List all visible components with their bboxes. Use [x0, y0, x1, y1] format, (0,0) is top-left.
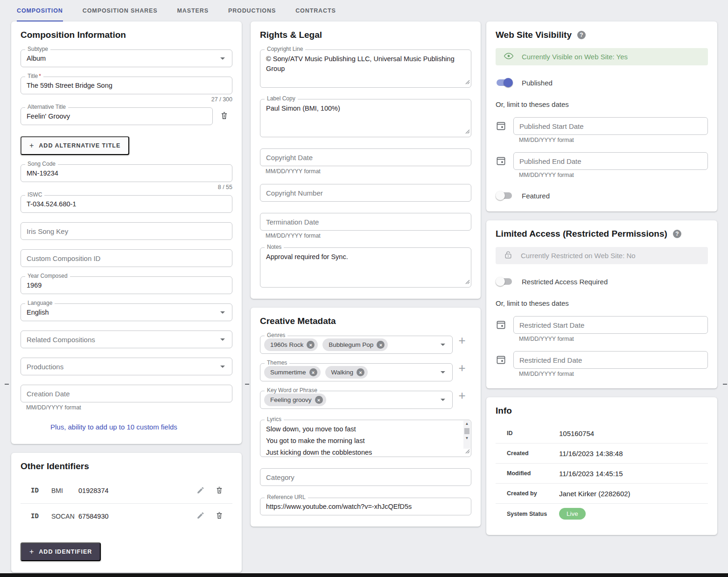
reference-url-label: Reference URL: [265, 494, 308, 500]
iris-song-key-field[interactable]: Iris Song Key: [21, 222, 232, 240]
limited-access-card: Limited Access (Restricted Permissions) …: [486, 220, 717, 388]
chevron-down-icon[interactable]: [220, 57, 225, 60]
info-row-created: Created 11/16/2023 14:38:48: [496, 443, 708, 464]
chip-close-icon[interactable]: ×: [309, 368, 317, 376]
identifier-value: 01928374: [78, 487, 190, 494]
creation-date-field[interactable]: Creation Date: [21, 385, 232, 402]
trash-icon: [215, 511, 224, 521]
calendar-icon[interactable]: [496, 155, 506, 168]
termination-date-field[interactable]: Termination Date: [260, 213, 471, 231]
pencil-icon: [196, 486, 205, 496]
identifier-row: ID BMI 01928374: [21, 478, 232, 503]
alternative-title-field[interactable]: Alternative Title Feelin' Groovy: [21, 107, 213, 125]
help-icon[interactable]: ?: [577, 31, 586, 39]
delete-identifier-button[interactable]: [211, 508, 228, 525]
scrollbar-thumb[interactable]: [464, 428, 469, 434]
subtype-select[interactable]: Subtype Album: [21, 49, 232, 67]
resize-handle[interactable]: [465, 78, 470, 86]
help-icon[interactable]: ?: [673, 230, 681, 238]
label-copy-label: Label Copy: [265, 95, 298, 102]
required-asterisk: *: [39, 73, 41, 79]
language-select[interactable]: Language English: [21, 303, 232, 321]
chevron-down-icon[interactable]: [441, 399, 445, 401]
calendar-icon[interactable]: [496, 120, 506, 133]
notes-textarea[interactable]: Notes Approval required for Sync.: [260, 247, 471, 288]
custom-fields-link[interactable]: Plus, ability to add up to 10 custom fie…: [50, 423, 232, 431]
published-end-date-field[interactable]: Published End Date: [513, 152, 708, 170]
gutter-handle[interactable]: [5, 384, 9, 385]
add-theme-button[interactable]: +: [453, 362, 471, 374]
add-identifier-button[interactable]: + ADD IDENTIFIER: [21, 542, 101, 561]
info-value: 11/16/2023 14:45:15: [559, 470, 623, 478]
year-composed-field[interactable]: Year Composed 1969: [21, 276, 232, 294]
tab-masters[interactable]: MASTERS: [177, 0, 208, 21]
calendar-icon[interactable]: [496, 354, 506, 367]
copyright-date-field[interactable]: Copyright Date: [260, 148, 471, 166]
featured-toggle[interactable]: [496, 191, 513, 200]
chip-close-icon[interactable]: ×: [307, 341, 315, 349]
chip-close-icon[interactable]: ×: [377, 341, 385, 349]
add-alternative-title-button[interactable]: + ADD ALTERNATIVE TITLE: [21, 136, 129, 155]
lyrics-textarea[interactable]: Lyrics Slow down, you move too fast You …: [260, 420, 471, 457]
scroll-down-icon[interactable]: ▼: [465, 435, 469, 442]
related-compositions-select[interactable]: Related Compositions: [21, 331, 232, 348]
resize-handle[interactable]: [465, 447, 470, 456]
published-toggle[interactable]: [496, 78, 513, 87]
visibility-limit-text: Or, limit to theses dates: [496, 100, 708, 108]
edit-identifier-button[interactable]: [192, 482, 209, 499]
restricted-access-toggle[interactable]: [496, 277, 513, 286]
tab-composition-shares[interactable]: COMPOSITION SHARES: [83, 0, 158, 21]
termination-date-placeholder: Termination Date: [260, 218, 324, 226]
year-composed-value: 1969: [21, 281, 47, 289]
label-copy-textarea[interactable]: Label Copy Paul Simon (BMI, 100%): [260, 99, 471, 137]
genres-label: Genres: [265, 332, 287, 338]
chevron-down-icon[interactable]: [441, 371, 445, 373]
restricted-end-date-helper: MM/DD/YYYY format: [519, 371, 708, 377]
genre-chip: 1960s Rock×: [264, 338, 318, 351]
restricted-start-date-field[interactable]: Restricted Start Date: [513, 316, 708, 334]
copyright-line-textarea[interactable]: Copyright Line © Sony/ATV Music Publishi…: [260, 49, 471, 88]
published-start-date-field[interactable]: Published Start Date: [513, 117, 708, 135]
custom-composition-id-field[interactable]: Custom Composition ID: [21, 249, 232, 267]
add-keyword-button[interactable]: +: [453, 389, 471, 401]
delete-identifier-button[interactable]: [211, 482, 228, 499]
reference-url-field[interactable]: Reference URL https://www.youtube.com/wa…: [260, 498, 471, 515]
add-genre-button[interactable]: +: [453, 334, 471, 346]
chevron-down-icon[interactable]: [220, 366, 225, 368]
gutter-handle[interactable]: [723, 384, 727, 385]
genres-select[interactable]: Genres 1960s Rock× Bubblegum Pop×: [260, 336, 453, 354]
productions-select[interactable]: Productions: [21, 358, 232, 375]
chip-close-icon[interactable]: ×: [315, 396, 323, 404]
resize-handle[interactable]: [465, 127, 470, 136]
edit-identifier-button[interactable]: [192, 508, 209, 525]
iswc-field[interactable]: ISWC T-034.524.680-1: [21, 195, 232, 213]
calendar-icon[interactable]: [496, 319, 506, 332]
visibility-status-banner: Currently Visible on Web Site: Yes: [496, 48, 708, 65]
delete-alternative-title-button[interactable]: [216, 108, 232, 125]
resize-handle[interactable]: [465, 278, 470, 286]
id-badge-icon: ID: [31, 487, 51, 494]
chevron-down-icon[interactable]: [220, 338, 225, 341]
label-copy-value: Paul Simon (BMI, 100%): [260, 99, 346, 118]
scroll-up-icon[interactable]: ▲: [465, 421, 469, 427]
lyrics-line: Just kicking down the cobblestones: [266, 448, 372, 457]
restricted-end-date-field[interactable]: Restricted End Date: [513, 351, 708, 369]
gutter-handle[interactable]: [245, 384, 249, 385]
keyword-select[interactable]: Key Word or Phrase Feeling groovy×: [260, 391, 453, 409]
lyrics-scrollbar[interactable]: ▲ ▼: [463, 421, 470, 449]
subtype-value: Album: [21, 55, 51, 62]
tab-contracts[interactable]: CONTRACTS: [295, 0, 336, 21]
chevron-down-icon[interactable]: [441, 344, 445, 346]
song-code-field[interactable]: Song Code MN-19234: [21, 164, 232, 182]
chip-close-icon[interactable]: ×: [357, 368, 364, 376]
tab-composition[interactable]: COMPOSITION: [17, 0, 63, 21]
category-field[interactable]: Category: [260, 468, 471, 486]
notes-label: Notes: [265, 244, 284, 250]
copyright-date-helper: MM/DD/YYYY format: [266, 168, 471, 175]
tab-productions[interactable]: PRODUCTIONS: [228, 0, 276, 21]
themes-select[interactable]: Themes Summertime× Walking×: [260, 363, 453, 381]
title-field[interactable]: Title* The 59th Street Bridge Song: [21, 77, 232, 94]
year-composed-label: Year Composed: [25, 273, 70, 279]
copyright-number-field[interactable]: Copyright Number: [260, 184, 471, 202]
chevron-down-icon[interactable]: [220, 311, 225, 314]
